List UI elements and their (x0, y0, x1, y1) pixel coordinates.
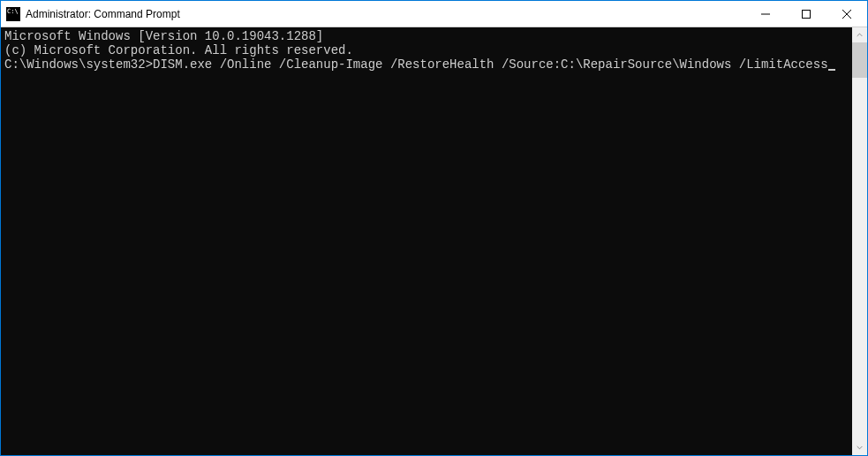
output-line: (c) Microsoft Corporation. All rights re… (4, 43, 849, 57)
close-icon (842, 10, 851, 19)
scrollbar-track[interactable] (852, 42, 867, 440)
vertical-scrollbar[interactable] (852, 27, 867, 455)
minimize-icon (761, 10, 770, 19)
maximize-icon (802, 10, 811, 19)
terminal-output[interactable]: Microsoft Windows [Version 10.0.19043.12… (1, 27, 852, 455)
titlebar[interactable]: Administrator: Command Prompt (1, 1, 867, 27)
svg-rect-1 (803, 10, 811, 18)
minimize-button[interactable] (745, 1, 786, 27)
scroll-up-button[interactable] (852, 27, 867, 42)
chevron-down-icon (857, 445, 863, 451)
scroll-down-button[interactable] (852, 440, 867, 455)
window-title: Administrator: Command Prompt (26, 8, 745, 20)
output-line: Microsoft Windows [Version 10.0.19043.12… (4, 29, 849, 43)
prompt: C:\Windows\system32> (4, 57, 153, 72)
close-button[interactable] (826, 1, 867, 27)
maximize-button[interactable] (786, 1, 826, 27)
command-input[interactable]: DISM.exe /Online /Cleanup-Image /Restore… (153, 57, 828, 72)
scrollbar-thumb[interactable] (852, 42, 867, 78)
window-frame: Administrator: Command Prompt Microsoft … (0, 0, 868, 456)
chevron-up-icon (857, 32, 863, 38)
cursor (828, 69, 835, 71)
terminal-wrapper: Microsoft Windows [Version 10.0.19043.12… (1, 27, 867, 455)
window-controls (745, 1, 867, 27)
cmd-icon (6, 7, 20, 21)
